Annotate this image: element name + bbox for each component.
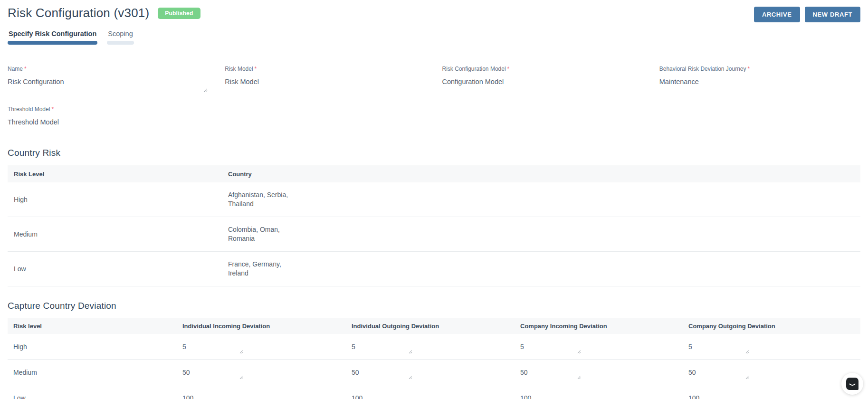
individual-incoming-cell: 100 [182, 390, 352, 399]
risk-level-cell: Low [8, 265, 228, 273]
company-outgoing-cell: 50 [688, 364, 860, 380]
table-row-high: High Afghanistan, Serbia, Thailand [8, 182, 860, 217]
capture-country-deviation-section: Capture Country Deviation Risk level Ind… [8, 301, 860, 399]
required-marker: * [51, 106, 54, 113]
table-header-row: Risk level Individual Incoming Deviation… [8, 318, 860, 334]
table-row-medium: Medium Colombia, Oman, Romania [8, 217, 860, 252]
risk-configuration-form: Name* Risk Configuration Risk Model* Ris… [8, 64, 860, 126]
country-risk-heading: Country Risk [8, 148, 860, 158]
risk-model-field: Risk Model* Risk Model [225, 64, 426, 91]
company-incoming-cell: 5 [520, 339, 688, 355]
page-header: Risk Configuration (v301) Published ARCH… [8, 6, 860, 22]
company-incoming-cell: 50 [520, 364, 688, 380]
individual-outgoing-cell: 5 [352, 339, 520, 355]
tab-scoping[interactable]: Scoping [107, 30, 134, 45]
column-header-company-incoming: Company Incoming Deviation [520, 323, 688, 330]
archive-button[interactable]: ARCHIVE [754, 7, 800, 22]
company-incoming-input[interactable]: 50 [520, 364, 591, 380]
column-header-individual-incoming: Individual Incoming Deviation [182, 323, 352, 330]
individual-outgoing-input[interactable]: 100 [352, 390, 423, 399]
country-deviation-table: Risk level Individual Incoming Deviation… [8, 318, 860, 399]
company-incoming-cell: 100 [520, 390, 688, 399]
column-header-risk-level: Risk level [8, 323, 182, 330]
risk-level-cell: Low [8, 394, 182, 399]
required-marker: * [255, 66, 257, 72]
column-header-risk-level: Risk Level [8, 171, 228, 178]
individual-incoming-cell: 50 [182, 364, 352, 380]
risk-configuration-model-field: Risk Configuration Model* Configuration … [442, 64, 643, 91]
individual-outgoing-cell: 100 [352, 390, 520, 399]
countries-cell: Afghanistan, Serbia, Thailand [228, 190, 295, 209]
tab-label: Specify Risk Configuration [8, 30, 97, 38]
inactive-tab-indicator [107, 41, 134, 45]
chat-messenger-icon [846, 378, 858, 390]
required-marker: * [748, 66, 750, 72]
table-row-low: Low France, Germany, Ireland [8, 252, 860, 286]
name-field: Name* Risk Configuration [8, 64, 209, 91]
country-risk-table: Risk Level Country High Afghanistan, Ser… [8, 165, 860, 286]
company-outgoing-input[interactable]: 5 [688, 339, 760, 355]
individual-incoming-input[interactable]: 50 [182, 364, 254, 380]
capture-country-deviation-heading: Capture Country Deviation [8, 301, 860, 311]
name-input[interactable]: Risk Configuration [8, 77, 209, 91]
name-label: Name [8, 66, 23, 72]
individual-incoming-input[interactable]: 5 [182, 339, 254, 355]
column-header-company-outgoing: Company Outgoing Deviation [688, 323, 860, 330]
deviation-row-low: Low 100 100 100 100 [8, 385, 860, 399]
company-outgoing-input[interactable]: 50 [688, 364, 760, 380]
required-marker: * [24, 66, 27, 72]
individual-outgoing-cell: 50 [352, 364, 520, 380]
new-draft-button[interactable]: NEW DRAFT [805, 7, 860, 22]
tab-specify-risk-configuration[interactable]: Specify Risk Configuration [8, 30, 97, 45]
status-badge: Published [158, 8, 200, 19]
column-header-country: Country [228, 171, 860, 178]
deviation-row-high: High 5 5 5 5 [8, 334, 860, 360]
threshold-model-label: Threshold Model [8, 106, 50, 113]
individual-outgoing-input[interactable]: 5 [352, 339, 423, 355]
active-tab-indicator [8, 41, 97, 45]
table-header-row: Risk Level Country [8, 165, 860, 182]
company-outgoing-cell: 100 [688, 390, 860, 399]
deviation-row-medium: Medium 50 50 50 50 [8, 360, 860, 385]
risk-level-cell: Medium [8, 369, 182, 376]
behavioral-risk-deviation-journey-label: Behavioral Risk Deviation Journey [659, 66, 746, 72]
company-outgoing-cell: 5 [688, 339, 860, 355]
tab-label: Scoping [107, 30, 134, 38]
page-title: Risk Configuration (v301) [8, 6, 149, 20]
risk-configuration-page: Risk Configuration (v301) Published ARCH… [0, 0, 868, 399]
required-marker: * [507, 66, 510, 72]
tab-bar: Specify Risk Configuration Scoping [8, 30, 860, 45]
column-header-individual-outgoing: Individual Outgoing Deviation [352, 323, 520, 330]
risk-level-cell: High [8, 196, 228, 203]
risk-configuration-model-label: Risk Configuration Model [442, 66, 506, 72]
country-risk-section: Country Risk Risk Level Country High Afg… [8, 148, 860, 286]
individual-incoming-cell: 5 [182, 339, 352, 355]
company-incoming-input[interactable]: 100 [520, 390, 591, 399]
company-incoming-input[interactable]: 5 [520, 339, 591, 355]
behavioral-risk-deviation-journey-value[interactable]: Maintenance [659, 78, 860, 86]
company-outgoing-input[interactable]: 100 [688, 390, 760, 399]
threshold-model-field: Threshold Model* Threshold Model [8, 104, 209, 126]
individual-outgoing-input[interactable]: 50 [352, 364, 423, 380]
chat-launcher-button[interactable] [841, 373, 863, 395]
threshold-model-value[interactable]: Threshold Model [8, 118, 209, 126]
countries-cell: France, Germany, Ireland [228, 260, 295, 278]
risk-level-cell: High [8, 343, 182, 351]
individual-incoming-input[interactable]: 100 [182, 390, 254, 399]
risk-configuration-model-value[interactable]: Configuration Model [442, 78, 643, 86]
countries-cell: Colombia, Oman, Romania [228, 225, 295, 243]
risk-model-label: Risk Model [225, 66, 253, 72]
behavioral-risk-deviation-journey-field: Behavioral Risk Deviation Journey* Maint… [659, 64, 860, 91]
risk-model-value[interactable]: Risk Model [225, 78, 426, 86]
risk-level-cell: Medium [8, 230, 228, 238]
header-actions: ARCHIVE NEW DRAFT [754, 6, 860, 22]
